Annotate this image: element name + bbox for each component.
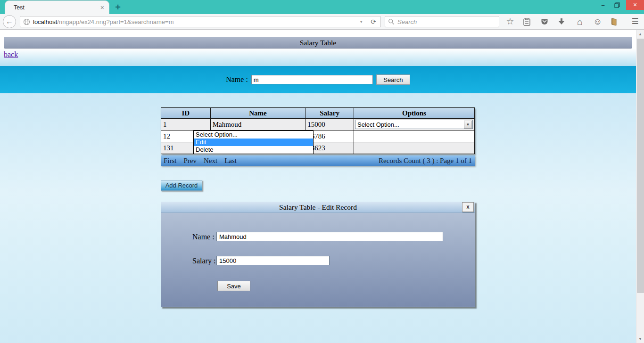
dropdown-option-select[interactable]: Select Option... xyxy=(194,131,313,139)
browser-search-box[interactable] xyxy=(385,16,499,27)
back-link[interactable]: back xyxy=(4,50,18,58)
cell-salary: 15000 xyxy=(305,119,354,131)
url-path: /ringapp/ex24.ring?part=1&searchname=m xyxy=(57,18,173,25)
search-band: Name : Search xyxy=(0,66,636,93)
menu-icon[interactable]: ☰ xyxy=(631,17,639,26)
pagination-prev-link[interactable]: Prev xyxy=(184,157,197,165)
dialog-header: Salary Table - Edit Record x xyxy=(161,202,475,213)
window-controls: – × xyxy=(596,0,644,10)
page-scrollbar[interactable]: ▲ ▼ xyxy=(636,30,644,343)
cell-options: Select Option... ▼ xyxy=(354,119,474,131)
header-salary: Salary xyxy=(305,108,354,119)
dropdown-option-edit[interactable]: Edit xyxy=(194,139,313,146)
book-icon[interactable] xyxy=(611,18,619,26)
tab-close-icon[interactable]: × xyxy=(100,4,104,11)
tab-title: Test xyxy=(14,4,100,11)
pagination-bar: First Prev Next Last Records Count ( 3 )… xyxy=(161,155,475,166)
header-id: ID xyxy=(161,108,211,119)
restore-icon xyxy=(614,2,620,8)
search-icon xyxy=(388,18,395,25)
dialog-name-label: Name : xyxy=(192,233,215,241)
downloads-icon[interactable] xyxy=(558,18,567,25)
cell-id: 1 xyxy=(161,119,211,131)
scrollbar-thumb[interactable] xyxy=(637,39,644,293)
pagination-next-link[interactable]: Next xyxy=(204,157,217,165)
add-record-button[interactable]: Add Record xyxy=(161,180,202,191)
name-search-label: Name : xyxy=(226,75,248,84)
reading-list-icon[interactable] xyxy=(523,18,532,26)
globe-icon xyxy=(23,18,30,25)
header-name: Name xyxy=(210,108,305,119)
options-select[interactable]: Select Option... ▼ xyxy=(355,120,473,129)
dialog-title: Salary Table - Edit Record xyxy=(279,203,357,211)
pagination-links: First Prev Next Last xyxy=(164,157,237,165)
edit-record-dialog: Salary Table - Edit Record x Name : Sala… xyxy=(161,202,475,307)
hello-smiley-icon[interactable]: ☺ xyxy=(593,17,602,26)
scroll-up-icon[interactable]: ▲ xyxy=(636,30,644,38)
home-icon[interactable]: ⌂ xyxy=(576,17,584,26)
scroll-down-icon[interactable]: ▼ xyxy=(636,335,644,343)
dialog-name-input[interactable] xyxy=(216,232,443,241)
page-title: Salary Table xyxy=(4,37,632,49)
close-button[interactable]: × xyxy=(626,0,644,10)
restore-button[interactable] xyxy=(610,0,624,10)
cell-options xyxy=(354,131,474,142)
pagination-last-link[interactable]: Last xyxy=(224,157,237,165)
browser-tab[interactable]: Test × xyxy=(5,0,109,14)
records-count-status: Records Count ( 3 ) : Page 1 of 1 xyxy=(379,157,472,165)
pocket-icon[interactable] xyxy=(541,18,549,25)
cell-options xyxy=(354,142,474,154)
pagination-first-link[interactable]: First xyxy=(164,157,177,165)
save-button[interactable]: Save xyxy=(217,281,250,291)
page-viewport: Salary Table back Name : Search ID Name … xyxy=(0,30,636,343)
browser-toolbar: ← localhost/ringapp/ex24.ring?part=1&sea… xyxy=(0,14,644,30)
search-button[interactable]: Search xyxy=(376,74,410,85)
back-row: back xyxy=(0,49,636,66)
browser-search-input[interactable] xyxy=(397,18,496,25)
dialog-close-button[interactable]: x xyxy=(462,202,474,212)
cell-name: Mahmoud xyxy=(210,119,305,131)
back-icon[interactable]: ← xyxy=(3,15,16,28)
dialog-body: Name : Salary : Save xyxy=(161,213,475,307)
minimize-button[interactable]: – xyxy=(596,0,610,10)
reload-icon[interactable]: ⟳ xyxy=(367,18,380,25)
bookmark-star-icon[interactable]: ☆ xyxy=(506,17,514,26)
toolbar-icons: ☆ ⌂ xyxy=(503,17,639,26)
browser-window: Test × + – × ← localhost/ringapp/ex24.ri… xyxy=(0,0,644,343)
url-dropdown-icon[interactable]: ▼ xyxy=(355,20,367,24)
browser-titlebar: Test × + – × xyxy=(0,0,644,14)
options-dropdown-list: Select Option... Edit Delete xyxy=(193,131,314,154)
table-row: 1 Mahmoud 15000 Select Option... ▼ xyxy=(161,119,475,131)
dialog-salary-label: Salary : xyxy=(192,257,215,265)
header-options: Options xyxy=(354,108,474,119)
select-caret-icon[interactable]: ▼ xyxy=(464,121,472,129)
url-bar[interactable]: localhost/ringapp/ex24.ring?part=1&searc… xyxy=(20,16,381,27)
options-select-value: Select Option... xyxy=(355,121,464,128)
new-tab-button[interactable]: + xyxy=(111,1,124,13)
name-search-input[interactable] xyxy=(251,75,373,84)
dropdown-option-delete[interactable]: Delete xyxy=(194,146,313,154)
dialog-salary-input[interactable] xyxy=(216,256,330,265)
url-host: localhost xyxy=(33,18,57,25)
table-header-row: ID Name Salary Options xyxy=(161,108,475,119)
url-text: localhost/ringapp/ex24.ring?part=1&searc… xyxy=(33,18,173,25)
page-content: ID Name Salary Options 1 Mahmoud 15000 S… xyxy=(0,93,636,343)
